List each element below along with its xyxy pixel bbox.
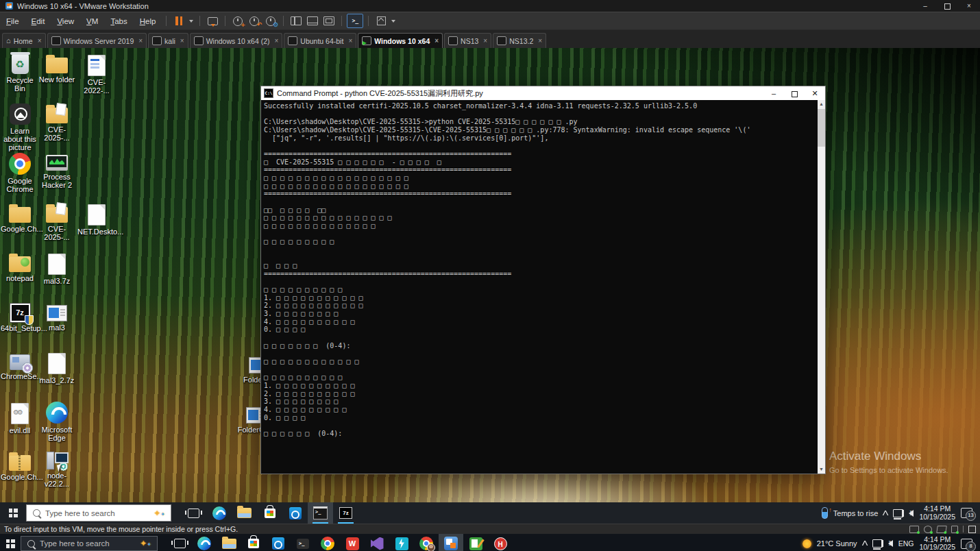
maximize-button[interactable]: [936, 0, 958, 12]
desktop-icon-google-chrome[interactable]: Google Chrome: [1, 151, 39, 193]
console-view-button[interactable]: >_: [346, 14, 364, 28]
taskbar-button-chrome-profile[interactable]: [414, 534, 439, 551]
taskbar-button-notepad-editor[interactable]: [463, 534, 488, 551]
taskbar-button-microsoft-store[interactable]: [241, 534, 266, 551]
close-button[interactable]: ×: [958, 0, 980, 12]
desktop-icon-mal3-2-7z[interactable]: mal3_2.7z: [38, 350, 76, 384]
cmd-output-area[interactable]: Successfully installed certifi-2025.10.5…: [261, 100, 825, 474]
desktop-icon-cve-2025[interactable]: CVE-2025-...: [38, 201, 76, 241]
menu-vm[interactable]: VM: [80, 17, 104, 25]
tab-windows-server-2019[interactable]: Windows Server 2019 ×: [47, 33, 147, 48]
desktop-icon-chromese[interactable]: ChromeSe...: [1, 350, 39, 380]
fullscreen-button[interactable]: [373, 14, 397, 27]
tab-windows-10-x64-2[interactable]: Windows 10 x64 (2) ×: [190, 33, 283, 48]
taskbar-button-task-view[interactable]: [167, 534, 192, 551]
scroll-down-icon[interactable]: ▼: [818, 466, 825, 473]
host-start-button[interactable]: [0, 534, 21, 551]
minimize-button[interactable]: –: [914, 0, 936, 12]
desktop-icon-learn-about-this-picture[interactable]: Learn about this picture: [1, 102, 39, 151]
taskbar-button-thunder[interactable]: [389, 534, 414, 551]
tab-close-icon[interactable]: ×: [38, 37, 42, 45]
taskbar-button-edge[interactable]: [192, 534, 217, 551]
desktop-icon-node-v22-2[interactable]: node-v22.2...: [38, 450, 76, 488]
cmd-title-bar[interactable]: C:\ Command Prompt - python CVE-2025-553…: [261, 86, 825, 100]
desktop-icon-mal3-7z[interactable]: mal3.7z: [38, 251, 76, 285]
command-prompt-window[interactable]: C:\ Command Prompt - python CVE-2025-553…: [260, 86, 826, 474]
desktop-icon-64bit-setup[interactable]: 7z64bit_Setup...: [1, 301, 39, 332]
thumbnail-bar-toggle[interactable]: [304, 14, 321, 27]
tab-close-icon[interactable]: ×: [538, 37, 542, 45]
take-snapshot-button[interactable]: +: [230, 14, 246, 27]
desktop-icon-cve-2025[interactable]: CVE-2025-...: [38, 102, 76, 142]
desktop-icon-google-ch[interactable]: Google.Ch...: [1, 450, 39, 481]
tab-close-icon[interactable]: ×: [138, 37, 143, 45]
desktop-icon-microsoft-edge[interactable]: Microsoft Edge: [38, 400, 76, 442]
desktop-icon-notepad[interactable]: notepad: [1, 251, 39, 282]
cmd-close-button[interactable]: ✕: [805, 86, 825, 100]
tab-ns13-2[interactable]: NS13.2 ×: [493, 33, 546, 48]
tab-kali[interactable]: kali ×: [148, 33, 188, 48]
guest-start-button[interactable]: [0, 502, 26, 524]
notifications-icon[interactable]: 13: [961, 508, 972, 518]
tab-windows-10-x64[interactable]: Windows 10 x64 ×: [358, 33, 443, 48]
tab-close-icon[interactable]: ×: [180, 37, 184, 45]
taskbar-button-7-zip[interactable]: 7z: [333, 502, 358, 524]
message-log-icon[interactable]: [968, 526, 976, 533]
tab-home[interactable]: ⌂ Home ×: [2, 33, 46, 48]
unity-mode-button[interactable]: [321, 14, 337, 27]
tab-close-icon[interactable]: ×: [274, 37, 278, 45]
guest-clock[interactable]: 4:14 PM 10/19/2025: [919, 505, 955, 521]
taskbar-button-visual-studio[interactable]: [365, 534, 389, 551]
taskbar-button-task-view[interactable]: [181, 502, 206, 524]
tab-close-icon[interactable]: ×: [434, 37, 439, 45]
taskbar-button-outlook[interactable]: [282, 502, 308, 524]
hard-disk-icon[interactable]: [909, 526, 919, 533]
tab-close-icon[interactable]: ×: [348, 37, 352, 45]
revert-snapshot-button[interactable]: ↶: [246, 14, 262, 27]
ctrl-alt-del-button[interactable]: [204, 14, 221, 27]
taskbar-button-wps-office[interactable]: W: [340, 534, 365, 551]
taskbar-button-chrome[interactable]: [315, 534, 340, 551]
chevron-up-icon[interactable]: ᐱ: [861, 540, 868, 547]
taskbar-button-command-prompt[interactable]: [308, 502, 333, 524]
cmd-minimize-button[interactable]: –: [763, 86, 784, 100]
pause-button[interactable]: [171, 14, 195, 27]
menu-file[interactable]: File: [0, 17, 25, 25]
desktop-icon-google-ch[interactable]: Google.Ch...: [1, 201, 39, 233]
speaker-icon[interactable]: [909, 510, 914, 517]
notifications-icon[interactable]: 8: [961, 539, 972, 549]
guest-search-input[interactable]: Type here to search ✦✦: [26, 504, 171, 522]
library-panel-toggle[interactable]: [288, 14, 304, 27]
menu-tabs[interactable]: Tabs: [104, 17, 133, 25]
menu-edit[interactable]: Edit: [25, 17, 51, 25]
taskbar-button-microsoft-store[interactable]: [257, 502, 282, 524]
snapshot-manager-button[interactable]: ⚙: [262, 14, 279, 27]
taskbar-button-terminal[interactable]: [291, 534, 315, 551]
desktop-icon-mal3[interactable]: mal3: [38, 301, 76, 332]
speaker-icon[interactable]: [888, 540, 893, 547]
host-search-input[interactable]: Type here to search ✦✦: [21, 536, 158, 551]
language-indicator[interactable]: ENG: [898, 539, 914, 548]
taskbar-button-file-explorer[interactable]: [232, 502, 257, 524]
desktop-icon-net-deskto[interactable]: NET.Deskto...: [77, 201, 116, 236]
chevron-up-icon[interactable]: ᐱ: [883, 510, 889, 517]
tab-ns13[interactable]: NS13 ×: [444, 33, 491, 48]
cd-rom-icon[interactable]: [924, 526, 932, 533]
sound-device-icon[interactable]: [951, 526, 958, 533]
desktop-icon-evil-dll[interactable]: evil.dll: [1, 400, 39, 434]
weather-text[interactable]: Temps to rise: [833, 509, 878, 517]
scrollbar-thumb[interactable]: [818, 109, 825, 147]
menu-view[interactable]: View: [51, 17, 80, 25]
network-adapter-icon[interactable]: [936, 526, 947, 533]
menu-help[interactable]: Help: [134, 17, 162, 25]
tab-ubuntu-64-bit[interactable]: Ubuntu 64-bit ×: [284, 33, 356, 48]
cmd-maximize-button[interactable]: [784, 86, 805, 100]
desktop-icon-cve-2022[interactable]: CVE-2022-...: [77, 52, 116, 95]
desktop-icon-recycle-bin[interactable]: ♻Recycle Bin: [1, 52, 39, 93]
taskbar-button-file-explorer[interactable]: [217, 534, 241, 551]
scroll-up-icon[interactable]: ▲: [818, 101, 825, 108]
desktop-icon-process-hacker-2[interactable]: Process Hacker 2: [38, 151, 76, 189]
cmd-scrollbar[interactable]: ▲ ▼: [818, 100, 825, 474]
tab-close-icon[interactable]: ×: [483, 37, 487, 45]
vm-display[interactable]: ♻Recycle Bin New folder CVE-2022-... Lea…: [0, 48, 980, 524]
